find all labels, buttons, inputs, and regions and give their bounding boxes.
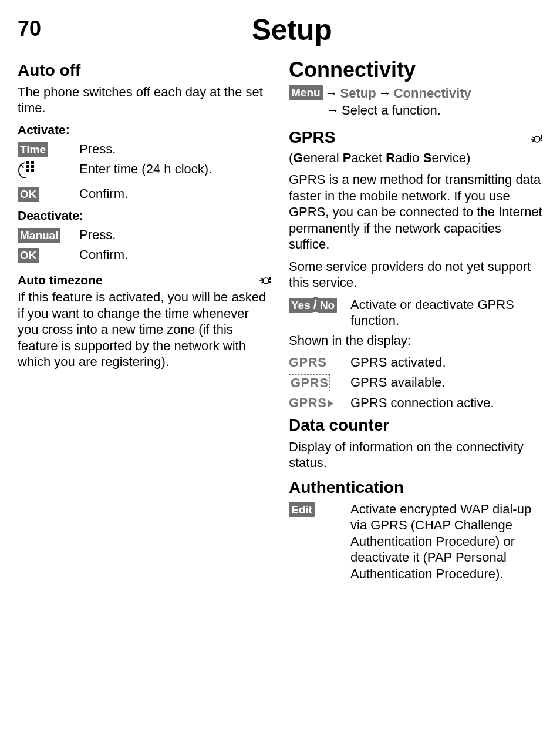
keypad-icon <box>18 161 38 179</box>
gprs-status-3: GPRS GPRS connection active. <box>289 395 542 411</box>
auto-timezone-heading: Auto timezone <box>18 273 103 288</box>
gprs-status3-desc: GPRS connection active. <box>350 395 542 411</box>
gprs-heading: GPRS <box>289 127 335 147</box>
ok2-row: OK Confirm. <box>18 247 271 263</box>
path-connectivity: Connectivity <box>394 85 471 102</box>
svg-point-8 <box>269 281 271 283</box>
svg-point-6 <box>263 278 269 284</box>
edit-row: Edit Activate encrypted WAP dial-up via … <box>289 501 542 582</box>
menu-softkey[interactable]: Menu <box>289 85 323 100</box>
shown-in-display: Shown in the display: <box>289 333 542 349</box>
gprs-status-label-active: GPRS <box>289 395 326 411</box>
deactivate-label: Deactivate: <box>18 208 271 223</box>
gprs-expansion: (General Packet Radio Service) <box>289 150 542 166</box>
authentication-heading: Authentication <box>289 477 542 498</box>
play-triangle-icon <box>328 399 333 408</box>
svg-rect-1 <box>31 161 34 164</box>
svg-rect-3 <box>31 165 34 168</box>
edit-softkey[interactable]: Edit <box>289 502 315 518</box>
path-select-function: Select a function. <box>342 102 441 119</box>
path-setup: Setup <box>340 85 376 102</box>
ok-softkey[interactable]: OK <box>18 187 39 202</box>
time-desc: Press. <box>79 141 271 157</box>
gprs-status1-desc: GPRS activated. <box>350 354 542 371</box>
activate-label: Activate: <box>18 122 271 137</box>
ok2-softkey[interactable]: OK <box>18 248 39 263</box>
time-softkey[interactable]: Time <box>18 142 48 157</box>
data-counter-heading: Data counter <box>289 415 542 435</box>
svg-point-9 <box>534 136 540 142</box>
enter-time-desc: Enter time (24 h clock). <box>79 161 271 177</box>
auto-timezone-body: If this feature is activated, you will b… <box>18 289 271 370</box>
gprs-status-2: GPRS GPRS available. <box>289 374 542 392</box>
yes-no-row: Yes/No Activate or deactivate GPRS funct… <box>289 297 542 329</box>
content-columns: Auto off The phone switches off each day… <box>18 56 542 586</box>
manual-row: Manual Press. <box>18 227 271 243</box>
data-counter-body: Display of information on the connectivi… <box>289 439 542 471</box>
no-softkey[interactable]: No <box>318 298 337 313</box>
svg-rect-7 <box>269 277 271 280</box>
svg-point-11 <box>541 139 542 141</box>
gprs-status-label-dashed: GPRS <box>289 374 330 392</box>
ok-desc: Confirm. <box>79 186 271 202</box>
network-icon <box>258 272 271 288</box>
gprs-body2: Some service providers do not yet suppor… <box>289 258 542 291</box>
manual-softkey[interactable]: Manual <box>18 228 60 243</box>
arrow-icon: → <box>379 85 392 102</box>
time-row: Time Press. <box>18 141 271 157</box>
menu-path-line1: Menu → Setup → Connectivity <box>289 85 542 102</box>
menu-path-line2: → Select a function. <box>289 102 542 119</box>
svg-rect-10 <box>541 135 542 139</box>
gprs-status2-desc: GPRS available. <box>350 374 542 391</box>
svg-rect-5 <box>31 169 34 172</box>
arrow-icon: → <box>325 85 338 102</box>
left-column: Auto off The phone switches off each day… <box>18 56 271 586</box>
enter-time-row: Enter time (24 h clock). <box>18 161 271 183</box>
yes-no-desc: Activate or deactivate GPRS function. <box>350 297 542 329</box>
page-header: 70 Setup <box>18 12 542 49</box>
connectivity-heading: Connectivity <box>289 56 542 83</box>
gprs-status-1: GPRS GPRS activated. <box>289 354 542 371</box>
yes-softkey[interactable]: Yes <box>289 298 313 313</box>
auto-off-intro: The phone switches off each day at the s… <box>18 84 271 116</box>
arrow-icon: → <box>326 102 339 119</box>
svg-rect-2 <box>26 165 29 168</box>
manual-desc: Press. <box>79 227 271 243</box>
page-number: 70 <box>18 12 41 42</box>
network-icon <box>529 130 542 147</box>
right-column: Connectivity Menu → Setup → Connectivity… <box>289 56 542 586</box>
ok2-desc: Confirm. <box>79 247 271 263</box>
page-title: Setup <box>41 12 542 49</box>
auto-off-heading: Auto off <box>18 60 271 80</box>
ok-row: OK Confirm. <box>18 186 271 202</box>
svg-rect-0 <box>26 161 29 164</box>
edit-desc: Activate encrypted WAP dial-up via GPRS … <box>350 501 542 582</box>
svg-rect-4 <box>26 169 29 172</box>
gprs-body1: GPRS is a new method for transmitting da… <box>289 172 542 253</box>
gprs-status-label-solid: GPRS <box>289 354 348 371</box>
